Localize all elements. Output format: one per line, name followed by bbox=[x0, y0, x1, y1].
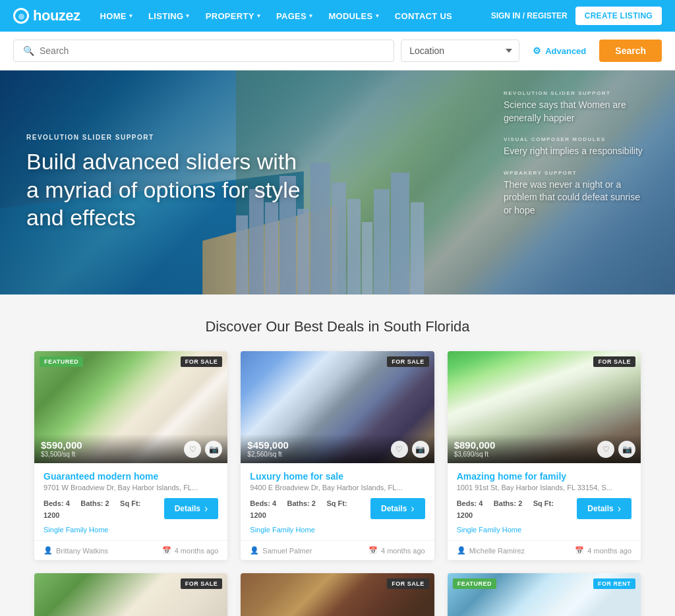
hero-card-label-3: WPBAKERY SUPPORT bbox=[504, 170, 649, 176]
bottom-card-1: FOR SALE bbox=[34, 573, 227, 616]
hero-card-3: WPBAKERY SUPPORT There was never a night… bbox=[504, 170, 649, 217]
bottom-card-img-3: FEATURED FOR RENT bbox=[448, 573, 641, 616]
bottom-row: FOR SALE FOR SALE FEATURED FOR RENT bbox=[21, 573, 654, 616]
hero-card-label-1: REVOLUTION SLIDER SUPPORT bbox=[504, 90, 649, 96]
card-meta-1: 👤 Brittany Watkins 📅 4 months ago bbox=[34, 540, 227, 560]
nav-item-listing[interactable]: LISTING ▾ bbox=[142, 7, 196, 25]
agent-1: 👤 Brittany Watkins bbox=[44, 546, 108, 555]
details-button-3[interactable]: Details bbox=[577, 498, 631, 519]
card-meta-2: 👤 Samuel Palmer 📅 4 months ago bbox=[241, 540, 434, 560]
camera-button-2[interactable]: 📷 bbox=[412, 441, 429, 458]
camera-button-3[interactable]: 📷 bbox=[618, 441, 635, 458]
card-image-2: FOR SALE $459,000 $2,560/sq ft ♡ 📷 bbox=[241, 351, 434, 463]
signin-link[interactable]: SIGN IN / REGISTER bbox=[491, 11, 568, 20]
time-1: 📅 4 months ago bbox=[162, 546, 219, 555]
search-button[interactable]: Search bbox=[599, 40, 662, 62]
status-badge-2: FOR SALE bbox=[387, 356, 429, 367]
status-badge-3: FOR SALE bbox=[593, 356, 635, 367]
hero-content: REVOLUTION SLIDER SUPPORT Build advanced… bbox=[26, 134, 303, 232]
search-bar: 🔍 Location Miami, FL Fort Lauderdale, FL… bbox=[0, 32, 675, 70]
bottom-card-img-1: FOR SALE bbox=[34, 573, 227, 616]
search-input[interactable] bbox=[40, 45, 384, 56]
hero-card-text-2: Every right implies a responsibility bbox=[504, 145, 649, 158]
nav-right: SIGN IN / REGISTER CREATE LISTING bbox=[491, 7, 662, 25]
search-icon: 🔍 bbox=[23, 45, 34, 56]
card-meta-3: 👤 Michelle Ramirez 📅 4 months ago bbox=[448, 540, 641, 560]
logo-icon: ◎ bbox=[13, 8, 29, 24]
agent-2: 👤 Samuel Palmer bbox=[250, 546, 312, 555]
calendar-icon: 📅 bbox=[575, 546, 584, 555]
section-title-wrap: Discover Our Best Deals in South Florida bbox=[0, 294, 675, 351]
card-image-3: FOR SALE $890,000 $3,690/sq ft ♡ 📷 bbox=[448, 351, 641, 463]
nav-item-modules[interactable]: MODULES ▾ bbox=[322, 7, 385, 25]
navbar: ◎ houzez HOME ▾ LISTING ▾ PROPERTY ▾ PAG… bbox=[0, 0, 675, 32]
card-address-3: 1001 91st St, Bay Harbor Islands, FL 331… bbox=[457, 484, 631, 491]
user-icon: 👤 bbox=[44, 546, 53, 555]
logo[interactable]: ◎ houzez bbox=[13, 7, 80, 24]
nav-item-pages[interactable]: PAGES ▾ bbox=[270, 7, 319, 25]
calendar-icon: 📅 bbox=[162, 546, 171, 555]
create-listing-button[interactable]: CREATE LISTING bbox=[575, 7, 662, 25]
property-card-1: FEATURED FOR SALE $590,000 $3,500/sq ft … bbox=[34, 351, 227, 560]
time-2: 📅 4 months ago bbox=[368, 546, 425, 555]
card-actions-2: ♡ 📷 bbox=[391, 441, 429, 458]
card-title-2[interactable]: Luxury home for sale bbox=[250, 471, 425, 482]
bottom-card-img-2: FOR SALE bbox=[241, 573, 434, 616]
advanced-button[interactable]: ⚙ Advanced bbox=[526, 40, 593, 61]
property-card-3: FOR SALE $890,000 $3,690/sq ft ♡ 📷 Amazi… bbox=[448, 351, 641, 560]
hero-banner: REVOLUTION SLIDER SUPPORT Build advanced… bbox=[0, 70, 675, 294]
calendar-icon: 📅 bbox=[368, 546, 378, 555]
card-specs-row-1: Beds: 4 Baths: 2 Sq Ft: 1200 Details bbox=[44, 497, 218, 520]
card-baths-1: Baths: 2 bbox=[80, 499, 109, 507]
bottom-card-3: FEATURED FOR RENT bbox=[448, 573, 641, 616]
agent-3: 👤 Michelle Ramirez bbox=[457, 546, 525, 555]
nav-item-property[interactable]: PROPERTY ▾ bbox=[199, 7, 267, 25]
details-button-2[interactable]: Details bbox=[370, 498, 425, 519]
brand-name: houzez bbox=[33, 7, 80, 24]
card-type-1: Single Family Home bbox=[44, 526, 218, 534]
card-type-2: Single Family Home bbox=[250, 526, 425, 534]
card-baths-2: Baths: 2 bbox=[287, 499, 316, 507]
favorite-button-2[interactable]: ♡ bbox=[391, 441, 408, 458]
card-body-1: Guaranteed modern home 9701 W Broadview … bbox=[34, 463, 227, 540]
user-icon: 👤 bbox=[250, 546, 259, 555]
nav-item-home[interactable]: HOME ▾ bbox=[94, 7, 140, 25]
hero-card-2: VISUAL COMPOSER MODULES Every right impl… bbox=[504, 136, 649, 158]
featured-badge-1: FEATURED bbox=[40, 356, 83, 367]
card-title-3[interactable]: Amazing home for family bbox=[457, 471, 631, 482]
hero-card-label-2: VISUAL COMPOSER MODULES bbox=[504, 136, 649, 142]
card-beds-3: Beds: 4 bbox=[457, 499, 483, 507]
favorite-button-3[interactable]: ♡ bbox=[597, 441, 614, 458]
bottom-status-badge-3: FOR RENT bbox=[593, 578, 635, 589]
card-title-1[interactable]: Guaranteed modern home bbox=[44, 471, 218, 482]
card-actions-3: ♡ 📷 bbox=[597, 441, 635, 458]
chevron-down-icon: ▾ bbox=[129, 13, 132, 19]
bottom-card-2: FOR SALE bbox=[241, 573, 434, 616]
time-3: 📅 4 months ago bbox=[575, 546, 631, 555]
details-button-1[interactable]: Details bbox=[164, 498, 219, 519]
chevron-down-icon: ▾ bbox=[257, 13, 260, 19]
property-card-2: FOR SALE $459,000 $2,560/sq ft ♡ 📷 Luxur… bbox=[241, 351, 434, 560]
bottom-status-badge-1: FOR SALE bbox=[181, 578, 223, 589]
search-input-wrap: 🔍 bbox=[13, 40, 394, 62]
chevron-down-icon: ▾ bbox=[376, 13, 379, 19]
nav-menu: HOME ▾ LISTING ▾ PROPERTY ▾ PAGES ▾ MODU… bbox=[94, 7, 478, 25]
hero-card-text-1: Science says that Women are generally ha… bbox=[504, 99, 649, 125]
camera-button-1[interactable]: 📷 bbox=[205, 441, 222, 458]
card-specs-row-2: Beds: 4 Baths: 2 Sq Ft: 1200 Details bbox=[250, 497, 425, 520]
hero-card-1: REVOLUTION SLIDER SUPPORT Science says t… bbox=[504, 90, 649, 125]
nav-item-contact[interactable]: CONTACT US bbox=[388, 7, 459, 25]
card-body-2: Luxury home for sale 9400 E Broadview Dr… bbox=[241, 463, 434, 540]
status-badge-1: FOR SALE bbox=[181, 356, 223, 367]
card-type-3: Single Family Home bbox=[457, 526, 631, 534]
properties-grid: FEATURED FOR SALE $590,000 $3,500/sq ft … bbox=[21, 351, 654, 573]
favorite-button-1[interactable]: ♡ bbox=[184, 441, 201, 458]
location-select[interactable]: Location Miami, FL Fort Lauderdale, FL W… bbox=[401, 40, 519, 62]
chevron-down-icon: ▾ bbox=[186, 13, 189, 19]
card-address-1: 9701 W Broadview Dr, Bay Harbor Islands,… bbox=[44, 484, 218, 491]
card-beds-1: Beds: 4 bbox=[44, 499, 70, 507]
bottom-status-badge-2: FOR SALE bbox=[387, 578, 429, 589]
card-specs-row-3: Beds: 4 Baths: 2 Sq Ft: 1200 Details bbox=[457, 497, 631, 520]
bottom-featured-badge-3: FEATURED bbox=[453, 578, 496, 589]
user-icon: 👤 bbox=[457, 546, 466, 555]
